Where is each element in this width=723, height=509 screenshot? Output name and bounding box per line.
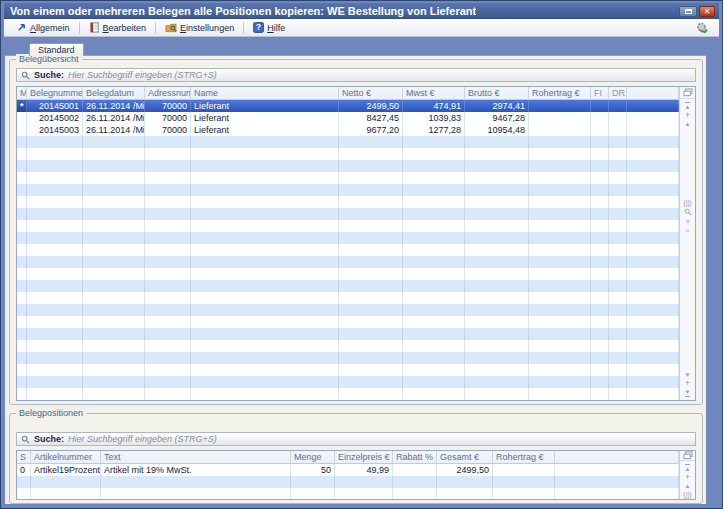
empty-row — [17, 352, 679, 364]
col-rabatt[interactable]: Rabatt % — [393, 451, 437, 464]
col-dr[interactable]: DR — [609, 87, 627, 100]
restore-icon — [685, 9, 692, 14]
scroll-page-up-icon[interactable]: + — [685, 474, 690, 481]
toolbar: Allgemein Bearbeiten Einstellungen ? — [4, 19, 719, 37]
empty-row — [17, 172, 679, 184]
scroll-group-top: ▲ + ▲ (||) — [683, 461, 691, 499]
restore-button[interactable] — [679, 6, 697, 17]
col-s[interactable]: S — [17, 451, 31, 464]
empty-row — [17, 488, 679, 499]
table-row[interactable]: 20145002 26.11.2014 /Mi 70000 Lieferant … — [17, 112, 679, 124]
col-name[interactable]: Name — [191, 87, 339, 100]
empty-row — [17, 376, 679, 388]
toolbar-separator — [79, 22, 80, 34]
empty-row — [17, 184, 679, 196]
empty-row — [17, 340, 679, 352]
scroll-up-icon[interactable]: ▲ — [685, 121, 691, 127]
dialog-window: Von einem oder mehreren Belegen alle Pos… — [0, 0, 723, 509]
col-brutto[interactable]: Brutto € — [465, 87, 529, 100]
position-search-input[interactable]: Suche: Hier Suchbegriff eingeben (STRG+S… — [16, 432, 696, 446]
col-rohertrag[interactable]: Rohertrag € — [493, 451, 555, 464]
table-row[interactable]: 20145003 26.11.2014 /Mi 70000 Lieferant … — [17, 124, 679, 136]
scroll-bottom-icon[interactable]: ▼ — [685, 389, 691, 397]
empty-row — [17, 316, 679, 328]
col-belegnummer[interactable]: Belegnummer — [27, 87, 83, 100]
settings-icon — [165, 22, 177, 33]
content-panel: Belegübersicht Suche: Hier Suchbegriff e… — [5, 55, 706, 504]
empty-row — [17, 148, 679, 160]
belegpositionen-groupbox: Belegpositionen Suche: Hier Suchbegriff … — [9, 413, 703, 504]
position-table: S Artikelnummer Text Menge Einzelpreis €… — [16, 450, 696, 500]
search-placeholder: Hier Suchbegriff eingeben (STRG+S) — [68, 70, 217, 80]
search-label: Suche: — [34, 70, 64, 80]
scroll-top-icon[interactable]: ▲ — [685, 102, 691, 110]
empty-row — [17, 388, 679, 400]
search-icon — [21, 71, 30, 80]
col-netto[interactable]: Netto € — [339, 87, 403, 100]
fit-columns-icon[interactable]: (||) — [683, 491, 691, 498]
empty-row — [17, 208, 679, 220]
menu-bearbeiten[interactable]: Bearbeiten — [82, 20, 154, 35]
grid-tools: (||) ≡ ≈ — [683, 196, 691, 237]
col-fi[interactable]: FI — [591, 87, 609, 100]
empty-row — [17, 268, 679, 280]
column-chooser-icon[interactable] — [680, 87, 695, 99]
empty-row — [17, 328, 679, 340]
empty-row — [17, 304, 679, 316]
empty-row — [17, 292, 679, 304]
close-icon: ✕ — [704, 8, 711, 16]
menu-einstellungen[interactable]: Einstellungen — [158, 20, 241, 35]
menu-lines-icon[interactable]: ≡ — [685, 218, 689, 225]
arrow-up-right-icon — [16, 22, 27, 33]
grid-side-toolbar: ▲ + ▲ (||) ≡ ≈ ▼ — [679, 87, 695, 400]
beleg-table: M Belegnummer Belegdatum Adressnumm Name… — [16, 86, 696, 401]
empty-row — [17, 244, 679, 256]
beleg-search-input[interactable]: Suche: Hier Suchbegriff eingeben (STRG+S… — [16, 68, 696, 82]
refresh-icon[interactable] — [695, 21, 709, 35]
col-artikelnummer[interactable]: Artikelnummer — [31, 451, 101, 464]
help-icon: ? — [253, 22, 264, 33]
tab-standard[interactable]: Standard — [29, 43, 84, 56]
col-m[interactable]: M — [17, 87, 27, 100]
column-chooser-icon[interactable] — [680, 451, 695, 461]
col-menge[interactable]: Menge — [291, 451, 335, 464]
filter-icon[interactable]: ≈ — [686, 227, 690, 234]
empty-row — [17, 364, 679, 376]
col-adressnummer[interactable]: Adressnumm — [145, 87, 191, 100]
titlebar: Von einem oder mehreren Belegen alle Pos… — [4, 3, 719, 19]
scroll-group-bottom: ▼ + ▼ — [685, 369, 691, 400]
table-row-selected[interactable]: * 20145001 26.11.2014 /Mi 70000 Lieferan… — [17, 100, 679, 112]
col-gesamt[interactable]: Gesamt € — [437, 451, 493, 464]
zoom-icon[interactable] — [684, 208, 692, 216]
menu-hilfe[interactable]: ? Hilfe — [246, 20, 292, 35]
empty-row — [17, 196, 679, 208]
menu-allgemein[interactable]: Allgemein — [9, 20, 77, 35]
scroll-page-down-icon[interactable]: + — [685, 380, 690, 387]
scroll-group-top: ▲ + ▲ — [685, 99, 691, 130]
position-row[interactable]: 0 Artikel19Prozent Artikel mit 19% MwSt.… — [17, 464, 679, 476]
empty-row — [17, 256, 679, 268]
scroll-top-icon[interactable]: ▲ — [685, 464, 691, 472]
col-rohertrag[interactable]: Rohertrag € — [529, 87, 591, 100]
close-button[interactable]: ✕ — [699, 6, 715, 17]
empty-row — [17, 232, 679, 244]
empty-row — [17, 160, 679, 172]
col-text[interactable]: Text — [101, 451, 291, 464]
position-table-header: S Artikelnummer Text Menge Einzelpreis €… — [17, 451, 679, 464]
col-mwst[interactable]: Mwst € — [403, 87, 465, 100]
empty-row — [17, 476, 679, 488]
fit-columns-icon[interactable]: (||) — [683, 199, 691, 206]
col-belegdatum[interactable]: Belegdatum — [83, 87, 145, 100]
svg-text:?: ? — [256, 23, 261, 32]
belegpositionen-label: Belegpositionen — [16, 408, 86, 419]
toolbar-separator — [243, 22, 244, 34]
toolbar-separator — [155, 22, 156, 34]
scroll-page-up-icon[interactable]: + — [685, 112, 690, 119]
col-einzelpreis[interactable]: Einzelpreis € — [335, 451, 393, 464]
grid-side-toolbar: ▲ + ▲ (||) — [679, 451, 695, 499]
empty-row — [17, 220, 679, 232]
empty-row — [17, 280, 679, 292]
scroll-up-icon[interactable]: ▲ — [685, 483, 691, 489]
window-title: Von einem oder mehreren Belegen alle Pos… — [4, 5, 476, 17]
search-placeholder: Hier Suchbegriff eingeben (STRG+S) — [68, 434, 217, 444]
